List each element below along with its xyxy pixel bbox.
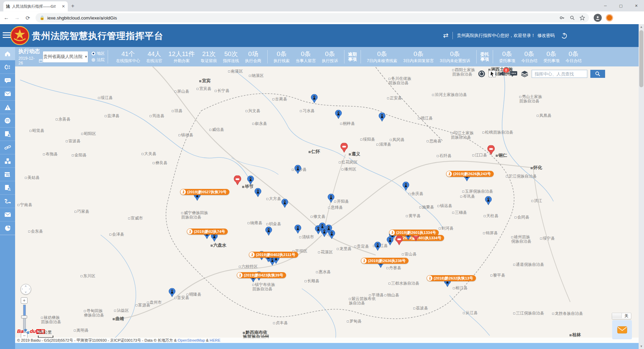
map-marker-officer[interactable] bbox=[311, 94, 318, 104]
back-button[interactable]: ← bbox=[2, 15, 11, 21]
stat-item[interactable]: 0条当事人留言 bbox=[293, 50, 319, 63]
locate-history-icon[interactable] bbox=[478, 70, 485, 78]
zoom-icon[interactable] bbox=[570, 15, 575, 20]
sidebar-item-schedule[interactable] bbox=[0, 168, 15, 181]
case-label-pill[interactable]: (2019)黔02执74号 bbox=[187, 229, 228, 235]
message-panel-button[interactable] bbox=[612, 320, 632, 339]
zoom-in-button[interactable]: + bbox=[21, 297, 28, 304]
map-marker-officer[interactable] bbox=[315, 225, 322, 236]
logout-power-icon[interactable] bbox=[561, 32, 568, 39]
password-key-icon[interactable] bbox=[559, 15, 565, 20]
address-bar[interactable]: 🔒 iexe.shgbitcloud.com/iexe/a/oldGis bbox=[36, 13, 589, 22]
sidebar-item-route[interactable] bbox=[0, 195, 15, 208]
map-marker-officer[interactable] bbox=[485, 196, 492, 206]
stat-item[interactable]: 50次指挥连线 bbox=[220, 50, 242, 63]
extension-icon[interactable] bbox=[606, 14, 613, 21]
panel-toggle-switch[interactable]: 关 bbox=[612, 313, 631, 319]
sidebar-item-mail[interactable] bbox=[0, 87, 15, 100]
stat-item[interactable]: 0条今日办结 bbox=[562, 50, 585, 63]
search-input[interactable] bbox=[532, 70, 587, 78]
search-button[interactable] bbox=[590, 70, 605, 78]
stat-item[interactable]: 12人11件外勤办案 bbox=[165, 50, 198, 63]
sidebar-item-statistics[interactable] bbox=[0, 221, 15, 235]
tab-close-icon[interactable]: ✕ bbox=[62, 4, 65, 9]
map-marker-officer[interactable] bbox=[255, 188, 262, 198]
chat-bubble-icon[interactable] bbox=[510, 70, 518, 78]
stat-item[interactable]: 21次取证留痕 bbox=[198, 50, 220, 63]
stat-item[interactable]: 0条执行投诉 bbox=[319, 50, 341, 63]
case-label-pill[interactable]: (2019)黔2601执1334号 bbox=[389, 230, 439, 236]
case-label-pill[interactable]: (2018)黔2632执恢13号 bbox=[427, 275, 476, 281]
case-label-pill[interactable]: (2019)黔2636执238号 bbox=[361, 258, 409, 264]
menu-hamburger-icon[interactable] bbox=[3, 32, 11, 38]
sidebar-item-alerts[interactable] bbox=[0, 101, 15, 114]
radio-court[interactable]: 法院 bbox=[92, 57, 105, 63]
select-cursor-icon[interactable] bbox=[488, 70, 496, 78]
scrollbar-thumb[interactable] bbox=[639, 30, 643, 87]
stat-item[interactable]: 0条3日内未处置投诉 bbox=[437, 50, 473, 63]
map-marker-officer[interactable] bbox=[169, 288, 176, 298]
osm-link[interactable]: OpenStreetMap bbox=[178, 338, 205, 342]
map-marker-command-center[interactable] bbox=[395, 236, 403, 247]
map-marker-officer[interactable] bbox=[335, 110, 342, 120]
here-link[interactable]: HERE bbox=[210, 338, 220, 342]
map-marker-officer[interactable] bbox=[387, 236, 394, 247]
stat-item[interactable]: 44人在线法官 bbox=[143, 50, 165, 63]
stat-item[interactable]: 41个在线指挥中心 bbox=[113, 50, 143, 63]
map-marker-officer[interactable] bbox=[379, 112, 386, 123]
stat-item[interactable]: 0条执行线索 bbox=[271, 50, 293, 63]
sidebar-item-data[interactable] bbox=[0, 114, 15, 127]
map-canvas[interactable]: 屏山县宜宾宜宾县南溪区纳溪区长宁县兴文县叙永县古蔺县习水县正安县务川仡佬族 苗族… bbox=[15, 66, 639, 343]
switch-view-icon[interactable]: ⇄ bbox=[443, 32, 448, 39]
map-marker-officer[interactable] bbox=[294, 165, 302, 175]
scrollbar-down-arrow[interactable]: ▼ bbox=[639, 344, 644, 349]
profile-avatar-icon[interactable] bbox=[594, 14, 602, 22]
sidebar-item-organization[interactable] bbox=[0, 60, 15, 73]
stat-item[interactable]: 0条7日内未核查线索 bbox=[364, 50, 400, 63]
case-label-pill[interactable]: (2019)黔0402执2111号 bbox=[249, 252, 298, 258]
map-pan-control[interactable]: ˄˅ ‹› bbox=[20, 284, 31, 295]
map-marker-officer[interactable] bbox=[265, 227, 272, 237]
window-minimize-button[interactable]: ─ bbox=[598, 0, 613, 11]
court-select-dropdown[interactable]: 贵州省高级人民法院 ▼ bbox=[43, 51, 88, 63]
sidebar-item-doc-review[interactable] bbox=[0, 181, 15, 194]
map-marker-officer[interactable] bbox=[374, 242, 381, 252]
forward-button[interactable]: → bbox=[13, 15, 21, 21]
map-marker-command-center[interactable] bbox=[487, 145, 495, 156]
window-maximize-button[interactable]: ▢ bbox=[613, 0, 629, 11]
map-marker-command-center[interactable] bbox=[340, 143, 348, 154]
sidebar-item-messages[interactable] bbox=[0, 74, 15, 87]
browser-tab[interactable]: 法 人民法院执行指挥——GIS可视化 ✕ bbox=[3, 1, 68, 11]
sidebar-item-case-search[interactable] bbox=[0, 128, 15, 141]
scrollbar-up-arrow[interactable]: ▲ bbox=[639, 24, 644, 30]
map-marker-officer[interactable] bbox=[328, 194, 335, 204]
bookmark-star-icon[interactable] bbox=[580, 15, 585, 20]
map-marker-officer[interactable] bbox=[328, 230, 335, 240]
sidebar-item-mail-2[interactable] bbox=[0, 208, 15, 221]
page-scrollbar[interactable]: ▲ ▼ bbox=[639, 24, 644, 349]
reload-button[interactable]: ⟳ bbox=[23, 15, 32, 21]
stat-item[interactable]: 0条今日办结 bbox=[518, 50, 540, 63]
zoom-slider-handle[interactable] bbox=[21, 315, 27, 318]
radio-region[interactable]: 地区 bbox=[92, 50, 105, 57]
window-close-button[interactable]: ✕ bbox=[629, 0, 644, 11]
map-marker-officer[interactable] bbox=[281, 199, 288, 209]
map-marker-officer[interactable] bbox=[294, 225, 302, 235]
stat-item[interactable]: 0场执行会商 bbox=[242, 50, 264, 63]
sidebar-item-modules[interactable] bbox=[0, 154, 15, 167]
case-label-pill[interactable]: (2019)黔2626执243号 bbox=[446, 171, 494, 177]
broadcast-megaphone-icon[interactable]: 8 bbox=[499, 70, 507, 78]
date-picker[interactable]: 2019-12-26 bbox=[18, 56, 43, 65]
layers-icon[interactable] bbox=[521, 70, 529, 78]
map-marker-officer[interactable] bbox=[402, 182, 410, 192]
stat-item[interactable]: 0条受托事项 bbox=[540, 50, 562, 63]
case-label-pill[interactable]: (2019)黔0527执恢70号 bbox=[180, 189, 229, 195]
map-marker-officer[interactable] bbox=[321, 228, 328, 238]
map-marker-officer[interactable] bbox=[247, 176, 254, 186]
new-tab-button[interactable]: + bbox=[71, 3, 74, 9]
stat-item[interactable]: 0条3日内未回复留言 bbox=[400, 50, 437, 63]
sidebar-item-home[interactable] bbox=[0, 47, 15, 60]
sidebar-item-links[interactable] bbox=[0, 141, 15, 154]
change-password-link[interactable]: 修改密码 bbox=[537, 33, 555, 39]
map-marker-command-center[interactable] bbox=[234, 176, 241, 187]
